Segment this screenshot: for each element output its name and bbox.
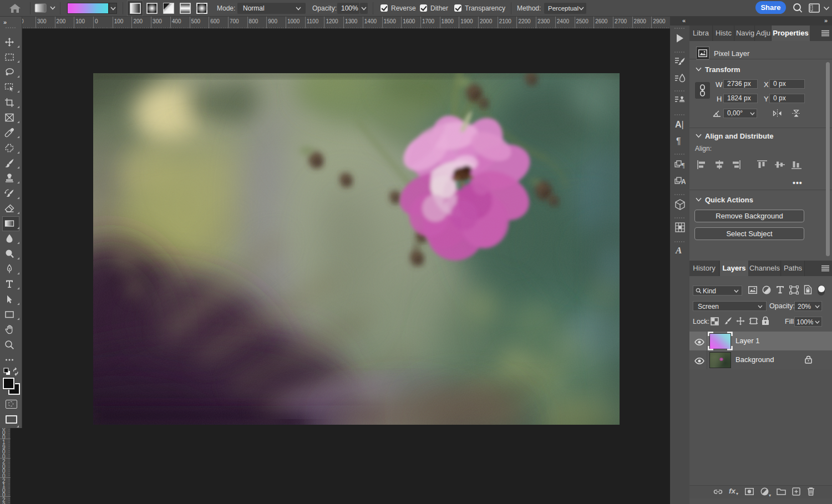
svg-text:A: A (681, 178, 686, 186)
svg-text:¶: ¶ (682, 161, 685, 169)
